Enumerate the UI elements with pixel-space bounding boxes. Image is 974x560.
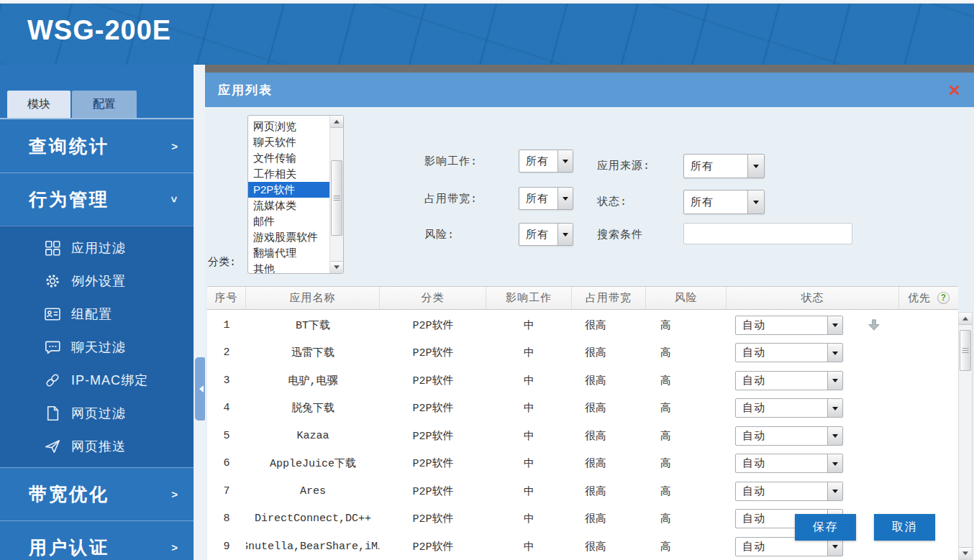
category-option[interactable]: 流媒体类	[248, 198, 329, 214]
sidebar-section-bandwidth[interactable]: 带宽优化 >	[0, 467, 194, 520]
sidebar-section-query-stats[interactable]: 查询统计 >	[0, 119, 194, 173]
dialog-body: 分类: 网页浏览聊天软件文件传输工作相关P2P软件流媒体类邮件游戏股票软件翻墙代…	[205, 107, 974, 560]
sidebar-item-web-push[interactable]: 网页推送	[0, 430, 194, 463]
category-listbox[interactable]: 网页浏览聊天软件文件传输工作相关P2P软件流媒体类邮件游戏股票软件翻墙代理其他	[247, 115, 344, 274]
chevron-down-icon: >	[168, 196, 181, 203]
status-select[interactable]: 自动	[735, 454, 843, 473]
category-option[interactable]: 邮件	[248, 214, 329, 229]
scroll-up-button[interactable]	[959, 313, 972, 325]
source-filter-select[interactable]: 所有	[683, 154, 765, 178]
status-select[interactable]: 自动	[735, 426, 843, 446]
tab-module[interactable]: 模块	[7, 91, 70, 118]
state-filter-label: 状态:	[597, 195, 627, 208]
category-option[interactable]: P2P软件	[248, 182, 329, 198]
scroll-down-button[interactable]	[959, 547, 972, 559]
table-header: 序号 应用名称 分类 影响工作 占用带宽 风险 状态 优先 ?	[207, 286, 958, 310]
scrollbar-thumb[interactable]	[960, 330, 971, 371]
chevron-right-icon: >	[171, 488, 178, 500]
table-scrollbar[interactable]	[958, 312, 973, 560]
state-filter-select[interactable]: 所有	[683, 190, 765, 214]
save-button[interactable]: 保存	[795, 514, 856, 541]
collapse-left-icon	[196, 385, 204, 393]
scroll-up-button[interactable]	[330, 116, 343, 128]
dropdown-button[interactable]	[827, 316, 842, 334]
scrollbar-thumb[interactable]	[331, 160, 342, 236]
table-row: 1 BT下载 P2P软件 中 很高 高 自动	[207, 311, 958, 339]
dropdown-arrow-icon	[753, 165, 759, 171]
category-option[interactable]: 网页浏览	[248, 119, 329, 134]
table-row: 3 电驴,电骡 P2P软件 中 很高 高 自动	[207, 367, 958, 395]
sidebar-item-web-filter[interactable]: 网页过滤	[0, 397, 194, 430]
arrow-down-icon	[962, 551, 968, 558]
impact-filter-label: 影响工作:	[424, 155, 478, 168]
dropdown-button[interactable]	[827, 372, 842, 390]
priority-down-icon[interactable]	[865, 317, 882, 334]
category-option[interactable]: 翻墙代理	[248, 245, 329, 261]
category-list: 网页浏览聊天软件文件传输工作相关P2P软件流媒体类邮件游戏股票软件翻墙代理其他	[248, 116, 329, 273]
dropdown-arrow-icon	[563, 160, 568, 166]
status-select[interactable]: 自动	[735, 371, 843, 390]
category-option[interactable]: 工作相关	[248, 166, 329, 182]
dropdown-arrow-icon	[832, 352, 838, 358]
status-select[interactable]: 自动	[735, 398, 843, 418]
status-select[interactable]: 自动	[735, 482, 843, 501]
category-option[interactable]: 其他	[248, 261, 329, 274]
search-input[interactable]	[683, 223, 852, 244]
page-icon	[43, 404, 62, 423]
tab-config[interactable]: 配置	[72, 91, 137, 118]
close-icon[interactable]	[949, 85, 960, 96]
sidebar-section-behavior-mgmt[interactable]: 行为管理 >	[0, 173, 194, 226]
dropdown-arrow-icon	[563, 233, 568, 239]
source-filter-label: 应用来源:	[597, 159, 650, 173]
arrow-up-icon	[962, 314, 968, 321]
sidebar-item-ip-mac-binding[interactable]: IP-MAC绑定	[0, 364, 194, 397]
bandwidth-filter-label: 占用带宽:	[424, 192, 478, 206]
dropdown-button[interactable]	[827, 482, 842, 500]
dropdown-button[interactable]	[747, 191, 764, 214]
dropdown-button[interactable]	[557, 150, 573, 172]
search-label: 搜索条件	[597, 228, 643, 242]
dropdown-button[interactable]	[557, 188, 573, 209]
bandwidth-filter-select[interactable]: 所有	[519, 187, 573, 210]
dropdown-arrow-icon	[563, 197, 568, 203]
category-option[interactable]: 游戏股票软件	[248, 229, 329, 245]
app-list-dialog: 应用列表 分类: 网页浏览聊天软件文件传输工作相关P2P软件流媒体类邮件游戏股票…	[205, 65, 974, 560]
help-icon[interactable]: ?	[937, 292, 950, 304]
dropdown-button[interactable]	[827, 344, 842, 362]
dropdown-arrow-icon	[832, 545, 838, 551]
sidebar-section-user-auth[interactable]: 用户认证 >	[0, 520, 194, 560]
sidebar: 模块 配置 查询统计 > 行为管理 > 应用过滤	[0, 65, 194, 560]
dropdown-button[interactable]	[747, 155, 764, 178]
dropdown-button[interactable]	[827, 454, 842, 472]
status-select[interactable]: 自动	[735, 316, 843, 335]
dropdown-arrow-icon	[832, 434, 838, 441]
table-row: 2 迅雷下载 P2P软件 中 很高 高 自动	[207, 339, 958, 367]
sidebar-item-exceptions[interactable]: 例外设置	[0, 265, 194, 298]
app-title: WSG-200E	[27, 15, 171, 46]
arrow-down-icon	[334, 265, 340, 272]
table-row: 7 Ares P2P软件 中 很高 高 自动	[207, 477, 958, 505]
risk-filter-label: 风险:	[424, 228, 455, 242]
chat-bubble-icon	[43, 338, 62, 357]
scroll-down-button[interactable]	[330, 261, 343, 273]
status-select[interactable]: 自动	[735, 343, 843, 362]
chevron-right-icon: >	[171, 541, 178, 554]
dropdown-arrow-icon	[753, 201, 759, 207]
gear-icon	[43, 272, 62, 290]
dropdown-button[interactable]	[827, 427, 842, 445]
risk-filter-select[interactable]: 所有	[519, 223, 573, 246]
category-option[interactable]: 聊天软件	[248, 134, 329, 150]
category-option[interactable]: 文件传输	[248, 150, 329, 166]
cancel-button[interactable]: 取消	[874, 514, 935, 541]
dropdown-button[interactable]	[827, 399, 842, 417]
sidebar-item-app-filter[interactable]: 应用过滤	[0, 231, 194, 265]
table-row: 5 Kazaa P2P软件 中 很高 高 自动	[207, 422, 958, 450]
id-card-icon	[43, 305, 62, 323]
listbox-scrollbar[interactable]	[329, 116, 343, 273]
dialog-title: 应用列表	[218, 82, 273, 98]
dropdown-button[interactable]	[557, 224, 573, 245]
impact-filter-select[interactable]: 所有	[519, 150, 573, 173]
sidebar-submenu: 应用过滤 例外设置 组配置	[0, 226, 194, 467]
sidebar-item-group-config[interactable]: 组配置	[0, 298, 194, 331]
sidebar-item-chat-filter[interactable]: 聊天过滤	[0, 331, 194, 364]
